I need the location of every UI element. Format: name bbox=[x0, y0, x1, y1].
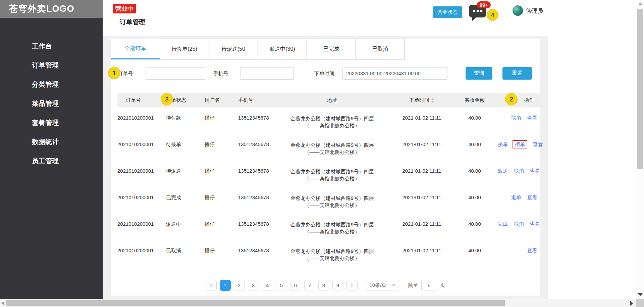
action-view-link[interactable]: 查看 bbox=[533, 141, 543, 147]
tab-cancelled[interactable]: 已取消 bbox=[356, 39, 405, 59]
address-line1: 金燕龙办公楼（建材城西路9号）四层 bbox=[277, 115, 387, 122]
cell-user: 播仔 bbox=[198, 221, 228, 227]
order-time-label: 下单时间 bbox=[314, 67, 334, 80]
scroll-up-arrow-icon[interactable] bbox=[638, 2, 643, 5]
cell-amount: 40.00 bbox=[456, 141, 493, 147]
action-cancel-link[interactable]: 取消 bbox=[511, 115, 521, 121]
table-row: 2021010200001 待接单 播仔 13512345678 金燕龙办公楼（… bbox=[117, 134, 540, 161]
sidebar-item-dishes[interactable]: 菜品管理 bbox=[0, 94, 103, 113]
cell-time: 2021-01-02 11:11 bbox=[387, 248, 456, 253]
scroll-right-arrow-icon[interactable] bbox=[630, 301, 633, 306]
cell-phone: 13512345678 bbox=[228, 221, 277, 227]
page-size-select[interactable]: 10条/页 bbox=[366, 280, 399, 291]
cell-actions: 取消 查看 bbox=[493, 115, 540, 121]
page-button-7[interactable]: 7 bbox=[304, 280, 315, 291]
sidebar-item-employees[interactable]: 员工管理 bbox=[0, 151, 103, 171]
sidebar-item-combos[interactable]: 套餐管理 bbox=[0, 113, 103, 132]
sidebar-item-workbench[interactable]: 工作台 bbox=[0, 37, 103, 56]
tab-pending-accept[interactable]: 待接单(25) bbox=[160, 39, 209, 59]
prev-page-button[interactable]: ‹ bbox=[206, 280, 217, 291]
action-dispatch-link[interactable]: 派送 bbox=[498, 168, 508, 174]
address-line1: 金燕龙办公楼（建材城西路9号）四层 bbox=[277, 141, 387, 148]
header-order-time[interactable]: 下单时间 bbox=[387, 97, 456, 103]
cell-address: 金燕龙办公楼（建材城西路9号）四层 （——宾馆北侧办公楼） bbox=[277, 194, 387, 209]
page-button-3[interactable]: 3 bbox=[248, 280, 259, 291]
tab-completed[interactable]: 已完成 bbox=[307, 39, 356, 59]
sidebar: 苍穹外卖LOGO 工作台 订单管理 分类管理 菜品管理 套餐管理 数据统计 员工… bbox=[0, 0, 103, 299]
page-button-9[interactable]: 9 bbox=[332, 280, 343, 291]
cell-user: 播仔 bbox=[198, 248, 228, 254]
app-logo: 苍穹外卖LOGO bbox=[0, 0, 103, 18]
sort-asc-icon[interactable] bbox=[431, 98, 434, 100]
orders-table: 订单号 订单状态 用户名 手机号 地址 下单时间 实收金额 操作 bbox=[117, 93, 540, 267]
cell-user: 播仔 bbox=[198, 194, 228, 201]
cell-phone: 13512345678 bbox=[228, 141, 277, 147]
vertical-scrollbar[interactable] bbox=[636, 0, 644, 299]
scroll-down-arrow-icon[interactable] bbox=[638, 293, 643, 296]
tab-all-orders[interactable]: 全部订单 bbox=[111, 39, 160, 59]
page-button-4[interactable]: 4 bbox=[262, 280, 273, 291]
action-view-link[interactable]: 查看 bbox=[527, 115, 537, 121]
topbar: 营业中 订单管理 营业状态 99+ 管理员 bbox=[103, 0, 636, 36]
sidebar-item-statistics[interactable]: 数据统计 bbox=[0, 132, 103, 151]
sidebar-item-categories[interactable]: 分类管理 bbox=[0, 75, 103, 94]
action-view-link[interactable]: 查看 bbox=[530, 221, 540, 227]
cell-status: 已取消 bbox=[161, 248, 198, 254]
filter-bar: 订单号: 手机号 下单时间 查询 重置 bbox=[111, 67, 540, 80]
order-time-range-input[interactable] bbox=[342, 67, 447, 80]
header-amount: 实收金额 bbox=[456, 97, 493, 103]
action-view-link[interactable]: 查看 bbox=[527, 248, 537, 253]
action-view-link[interactable]: 查看 bbox=[530, 168, 540, 174]
page-button-2[interactable]: 2 bbox=[234, 280, 245, 291]
cell-actions: 完成 取消 查看 bbox=[493, 221, 540, 227]
page-button-5[interactable]: 5 bbox=[276, 280, 287, 291]
sort-icon[interactable] bbox=[431, 98, 434, 103]
order-no-input[interactable] bbox=[146, 67, 205, 80]
main-area: 营业中 订单管理 营业状态 99+ 管理员 全部订单 bbox=[103, 0, 636, 299]
sidebar-item-orders[interactable]: 订单管理 bbox=[0, 56, 103, 75]
action-complete-link[interactable]: 完成 bbox=[498, 221, 508, 227]
admin-name: 管理员 bbox=[526, 7, 543, 15]
cell-actions: 查看 bbox=[493, 248, 540, 254]
business-status-button[interactable]: 营业状态 bbox=[433, 6, 462, 18]
page-button-6[interactable]: 6 bbox=[290, 280, 301, 291]
cell-actions: 退单 查看 bbox=[493, 194, 540, 201]
tab-pending-dispatch[interactable]: 待派送(50 bbox=[209, 39, 258, 59]
reset-button[interactable]: 重置 bbox=[502, 67, 532, 80]
cell-amount: 40.00 bbox=[456, 194, 493, 200]
search-button[interactable]: 查询 bbox=[466, 67, 492, 80]
page-unit-label: 页 bbox=[440, 282, 445, 289]
cell-order-no: 2021010200001 bbox=[117, 141, 161, 147]
sort-desc-icon[interactable] bbox=[431, 101, 434, 103]
vertical-scrollbar-thumb[interactable] bbox=[637, 9, 643, 169]
page-button-8[interactable]: 8 bbox=[318, 280, 329, 291]
action-view-link[interactable]: 查看 bbox=[527, 194, 537, 200]
horizontal-scrollbar[interactable] bbox=[0, 299, 636, 307]
action-reject-link[interactable]: 拒单 bbox=[513, 140, 527, 148]
page-size-value: 10条/页 bbox=[370, 282, 387, 289]
horizontal-scrollbar-thumb[interactable] bbox=[6, 300, 505, 306]
action-cancel-link[interactable]: 取消 bbox=[514, 221, 524, 227]
cell-status: 待接单 bbox=[161, 141, 198, 148]
action-cancel-link[interactable]: 取消 bbox=[514, 168, 524, 174]
action-accept-link[interactable]: 接单 bbox=[498, 141, 508, 147]
avatar[interactable] bbox=[513, 5, 523, 16]
business-open-badge: 营业中 bbox=[113, 4, 136, 13]
address-line2: （——宾馆北侧办公楼） bbox=[277, 255, 387, 262]
page-button-1[interactable]: 1 bbox=[220, 280, 231, 291]
header-order-no: 订单号 bbox=[117, 97, 161, 103]
scroll-left-arrow-icon[interactable] bbox=[1, 301, 4, 306]
jump-page-input[interactable] bbox=[421, 280, 437, 291]
cell-time: 2021-01-02 11:11 bbox=[387, 141, 456, 147]
tab-dispatching[interactable]: 派送中(30) bbox=[258, 39, 307, 59]
next-page-button[interactable]: › bbox=[346, 280, 358, 291]
table-row: 2021010200001 已取消 播仔 13512345678 金燕龙办公楼（… bbox=[117, 240, 540, 267]
cell-amount: 40.00 bbox=[456, 248, 493, 253]
phone-input[interactable] bbox=[240, 67, 294, 80]
app-window: 苍穹外卖LOGO 工作台 订单管理 分类管理 菜品管理 套餐管理 数据统计 员工… bbox=[0, 0, 644, 307]
orders-card: 全部订单 待接单(25) 待派送(50 派送中(30) 已完成 已取消 订单号:… bbox=[111, 39, 540, 296]
order-status-tabs: 全部订单 待接单(25) 待派送(50 派送中(30) 已完成 已取消 bbox=[111, 39, 540, 59]
action-refund-link[interactable]: 退单 bbox=[511, 194, 521, 200]
annotation-marker-1: 1 bbox=[108, 67, 120, 79]
cell-address: 金燕龙办公楼（建材城西路9号）四层 （——宾馆北侧办公楼） bbox=[277, 221, 387, 235]
